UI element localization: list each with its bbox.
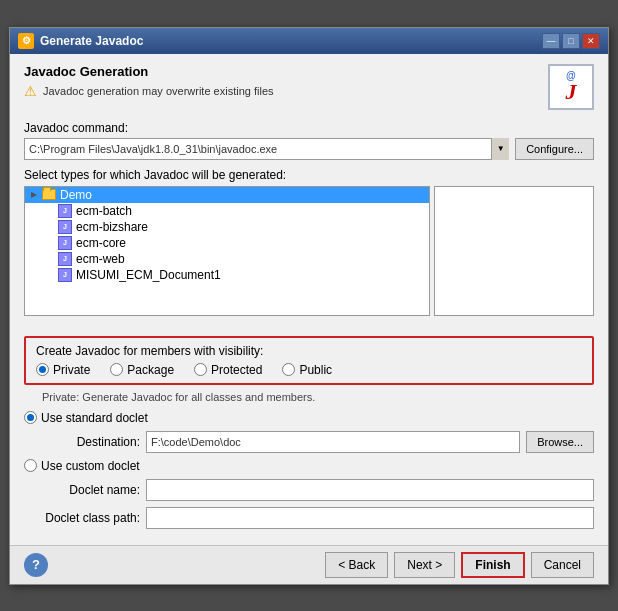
section-title: Javadoc Generation	[24, 64, 538, 79]
window-title: Generate Javadoc	[40, 34, 143, 48]
custom-doclet-row: Use custom doclet	[24, 459, 594, 473]
doclet-classpath-row: Doclet class path:	[40, 507, 594, 529]
title-bar: ⚙ Generate Javadoc — □ ✕	[10, 28, 608, 54]
pkg-icon-misumi: J	[57, 268, 73, 282]
standard-doclet-row: Use standard doclet	[24, 411, 594, 425]
warning-text: Javadoc generation may overwrite existin…	[43, 85, 274, 97]
footer: ? < Back Next > Finish Cancel	[10, 545, 608, 584]
tree-item-ecmcore[interactable]: J ecm-core	[25, 235, 429, 251]
command-row: ▼ Configure...	[24, 138, 594, 160]
command-label: Javadoc command:	[24, 121, 594, 135]
types-tree[interactable]: ▶ Demo J ecm-batch	[24, 186, 430, 316]
tree-label-demo: Demo	[60, 188, 92, 202]
help-button[interactable]: ?	[24, 553, 48, 577]
pkg-icon-ecmweb: J	[57, 252, 73, 266]
radio-package-label: Package	[127, 363, 174, 377]
tree-label-ecmbizshare: ecm-bizshare	[76, 220, 148, 234]
doclet-name-input[interactable]	[146, 479, 594, 501]
tree-label-ecmcore: ecm-core	[76, 236, 126, 250]
destination-label: Destination:	[40, 435, 140, 449]
destination-input[interactable]	[146, 431, 520, 453]
tree-arrow-demo: ▶	[27, 190, 41, 199]
pkg-icon-ecmbizshare: J	[57, 220, 73, 234]
radio-public-label: Public	[299, 363, 332, 377]
tree-label-misumi: MISUMI_ECM_Document1	[76, 268, 221, 282]
radio-standard-doclet-circle	[24, 411, 37, 424]
visibility-radio-group: Private Package Protected Public	[36, 363, 582, 377]
tree-item-ecmbizshare[interactable]: J ecm-bizshare	[25, 219, 429, 235]
warning-bar: ⚠ Javadoc generation may overwrite exist…	[24, 83, 538, 99]
logo-j: J	[566, 81, 577, 103]
minimize-button[interactable]: —	[542, 33, 560, 49]
radio-public-circle	[282, 363, 295, 376]
maximize-button[interactable]: □	[562, 33, 580, 49]
command-combo-wrapper: ▼	[24, 138, 509, 160]
radio-protected-label: Protected	[211, 363, 262, 377]
tree-label-ecmweb: ecm-web	[76, 252, 125, 266]
footer-right: < Back Next > Finish Cancel	[325, 552, 594, 578]
radio-private-label: Private	[53, 363, 90, 377]
doclet-section: Use standard doclet Destination: Browse.…	[24, 411, 594, 529]
visibility-hint: Private: Generate Javadoc for all classe…	[42, 391, 594, 403]
tree-item-misumi[interactable]: J MISUMI_ECM_Document1	[25, 267, 429, 283]
radio-package[interactable]: Package	[110, 363, 174, 377]
header-info: Javadoc Generation ⚠ Javadoc generation …	[24, 64, 538, 111]
doclet-classpath-label: Doclet class path:	[40, 511, 140, 525]
radio-private-circle	[36, 363, 49, 376]
pkg-icon-ecmcore: J	[57, 236, 73, 250]
close-button[interactable]: ✕	[582, 33, 600, 49]
finish-button[interactable]: Finish	[461, 552, 524, 578]
main-window: ⚙ Generate Javadoc — □ ✕ Javadoc Generat…	[9, 27, 609, 585]
radio-standard-doclet[interactable]: Use standard doclet	[24, 411, 148, 425]
command-dropdown-arrow[interactable]: ▼	[491, 138, 509, 160]
configure-button[interactable]: Configure...	[515, 138, 594, 160]
radio-public[interactable]: Public	[282, 363, 332, 377]
pkg-icon-ecmbatch: J	[57, 204, 73, 218]
footer-left: ?	[24, 553, 48, 577]
title-bar-left: ⚙ Generate Javadoc	[18, 33, 143, 49]
tree-panels: ▶ Demo J ecm-batch	[24, 186, 594, 326]
radio-private[interactable]: Private	[36, 363, 90, 377]
destination-row: Destination: Browse...	[40, 431, 594, 453]
back-button[interactable]: < Back	[325, 552, 388, 578]
title-controls: — □ ✕	[542, 33, 600, 49]
javadoc-logo: @ J	[548, 64, 594, 110]
doclet-classpath-input[interactable]	[146, 507, 594, 529]
cancel-button[interactable]: Cancel	[531, 552, 594, 578]
tree-item-ecmbatch[interactable]: J ecm-batch	[25, 203, 429, 219]
types-detail-panel	[434, 186, 594, 316]
browse-button[interactable]: Browse...	[526, 431, 594, 453]
tree-item-ecmweb[interactable]: J ecm-web	[25, 251, 429, 267]
radio-protected[interactable]: Protected	[194, 363, 262, 377]
window-icon: ⚙	[18, 33, 34, 49]
doclet-name-label: Doclet name:	[40, 483, 140, 497]
doclet-name-row: Doclet name:	[40, 479, 594, 501]
radio-package-circle	[110, 363, 123, 376]
radio-custom-doclet[interactable]: Use custom doclet	[24, 459, 140, 473]
next-button[interactable]: Next >	[394, 552, 455, 578]
radio-custom-doclet-circle	[24, 459, 37, 472]
radio-protected-circle	[194, 363, 207, 376]
visibility-label: Create Javadoc for members with visibili…	[36, 344, 582, 358]
folder-icon-demo	[41, 188, 57, 202]
tree-label-ecmbatch: ecm-batch	[76, 204, 132, 218]
types-label: Select types for which Javadoc will be g…	[24, 168, 594, 182]
radio-custom-doclet-label: Use custom doclet	[41, 459, 140, 473]
visibility-section: Create Javadoc for members with visibili…	[24, 336, 594, 385]
dialog-content: Javadoc Generation ⚠ Javadoc generation …	[10, 54, 608, 545]
tree-item-demo[interactable]: ▶ Demo	[25, 187, 429, 203]
header-row: Javadoc Generation ⚠ Javadoc generation …	[24, 64, 594, 111]
command-input[interactable]	[24, 138, 509, 160]
warning-icon: ⚠	[24, 83, 37, 99]
radio-standard-doclet-label: Use standard doclet	[41, 411, 148, 425]
